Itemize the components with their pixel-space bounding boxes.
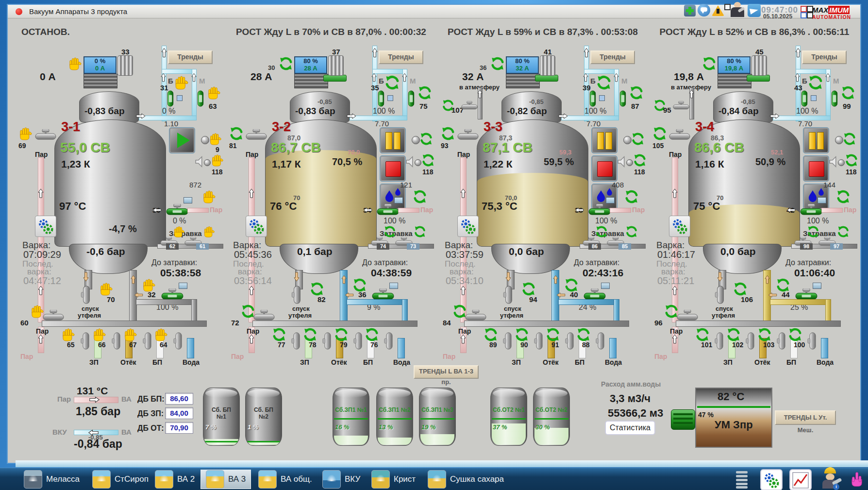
feed-valve[interactable] [795, 288, 818, 300]
settings-gears-button[interactable] [669, 216, 690, 237]
taskbar-item[interactable]: Меласса [24, 470, 80, 489]
settings-gears-button[interactable] [457, 216, 479, 237]
menu-icon[interactable] [736, 471, 750, 488]
steam-auto-icon[interactable] [836, 189, 851, 204]
touch-mode-icon[interactable] [849, 470, 865, 489]
station2-valve[interactable] [112, 332, 122, 350]
chat-icon[interactable] [698, 4, 710, 17]
taskbar-item[interactable]: Сушка сахара [428, 470, 504, 489]
steam-auto-icon[interactable] [624, 189, 639, 204]
m-auto-icon[interactable] [629, 85, 644, 100]
ind2-auto-icon[interactable] [421, 153, 435, 167]
station1-valve[interactable] [81, 332, 91, 350]
station2-auto-icon[interactable] [303, 327, 317, 342]
operator-icon[interactable] [730, 2, 745, 17]
add-icon[interactable] [684, 5, 696, 17]
stop-button[interactable] [803, 155, 829, 182]
station1-hand-icon[interactable] [61, 327, 76, 342]
spusk-valve[interactable] [291, 286, 303, 304]
settings-gears-button[interactable] [35, 216, 56, 237]
station2-valve[interactable] [746, 332, 756, 350]
trends-um-button[interactable]: ТРЕНДЫ L Ут. Меш. [775, 410, 836, 425]
taskbar-worker-icon[interactable]: i [818, 466, 843, 490]
spusk-hand-icon[interactable] [99, 282, 114, 296]
station4-valve[interactable] [596, 332, 606, 350]
db-bp-input[interactable]: 86,60 [165, 393, 193, 405]
steam-auto-icon[interactable] [413, 189, 427, 204]
station4-valve[interactable] [173, 332, 184, 350]
station4-hand-icon[interactable] [154, 327, 168, 342]
station1-auto-icon[interactable] [484, 327, 498, 342]
spusk-auto-icon[interactable] [733, 282, 748, 296]
taskbar-item[interactable]: ВА 3 [200, 470, 251, 489]
station4-auto-icon[interactable] [576, 327, 591, 342]
pause-button[interactable] [803, 127, 829, 153]
feed-valve[interactable] [372, 288, 394, 300]
m-valve[interactable] [829, 90, 840, 107]
ind2-hand-icon[interactable] [211, 153, 224, 167]
trends-lva-button[interactable]: ТРЕНДЫ L ВА 1-3 пр. [414, 365, 479, 379]
m-hand-icon[interactable] [207, 85, 221, 100]
ind1-auto-icon[interactable] [631, 132, 645, 146]
steam-valve[interactable] [377, 204, 399, 215]
taskbar-item[interactable]: ВА общ. [258, 470, 312, 489]
taskbar-trend-icon[interactable] [789, 469, 812, 490]
spusk-valve[interactable] [715, 286, 726, 304]
par-auto-icon[interactable] [652, 126, 667, 141]
b-auto-icon[interactable] [596, 75, 612, 90]
ind1-hand-icon[interactable] [209, 132, 222, 146]
telegram-icon[interactable] [748, 4, 761, 17]
zatravka2-auto-icon[interactable] [837, 225, 850, 238]
taskbar-gears-icon[interactable] [760, 469, 783, 490]
par-auto-icon[interactable] [229, 126, 244, 141]
um-motor-icon[interactable] [671, 409, 695, 430]
spusk-valve[interactable] [81, 286, 92, 304]
feed-valve[interactable] [584, 288, 606, 300]
station3-valve[interactable] [353, 332, 364, 350]
pause-button[interactable] [591, 127, 618, 153]
settings-gears-button[interactable] [246, 216, 267, 237]
steam-valve[interactable] [166, 204, 188, 215]
statistics-button[interactable]: Статистика [605, 421, 655, 435]
taskbar-item[interactable]: ВКУ [322, 470, 360, 489]
station3-auto-icon[interactable] [334, 327, 349, 342]
stop-button[interactable] [380, 155, 406, 182]
b-valve[interactable] [376, 90, 386, 107]
station2-valve[interactable] [534, 332, 545, 350]
zatravka1-auto-icon[interactable] [384, 225, 396, 238]
station3-hand-icon[interactable] [123, 327, 138, 342]
taskbar-item[interactable]: СтСироп [92, 470, 149, 489]
station1-auto-icon[interactable] [695, 327, 710, 342]
station4-auto-icon[interactable] [788, 327, 802, 342]
b-valve[interactable] [587, 90, 598, 107]
station4-valve[interactable] [807, 332, 818, 350]
zatravka1-auto-icon[interactable] [807, 225, 819, 238]
ind2-auto-icon[interactable] [845, 153, 858, 167]
steam-valve[interactable] [800, 204, 822, 215]
zatravka2-hand-icon[interactable] [203, 225, 216, 238]
par2-valve[interactable] [465, 310, 486, 321]
motor-hand-icon[interactable] [68, 56, 83, 71]
par2-valve[interactable] [677, 310, 698, 321]
start-button[interactable] [169, 127, 195, 153]
station3-auto-icon[interactable] [757, 327, 772, 342]
b-valve[interactable] [165, 90, 176, 107]
station4-valve[interactable] [384, 332, 395, 350]
b-valve[interactable] [799, 90, 810, 107]
station3-valve[interactable] [143, 332, 153, 350]
trends-button[interactable]: Тренды [379, 51, 423, 64]
spusk-auto-icon[interactable] [521, 282, 536, 296]
par2-valve[interactable] [253, 310, 275, 321]
feed-valve[interactable] [161, 288, 184, 300]
zatravka1-auto-icon[interactable] [595, 225, 608, 238]
alarm-warning-icon[interactable] [712, 5, 724, 16]
par-auto-icon[interactable] [441, 126, 455, 141]
vent-valve[interactable] [461, 101, 478, 110]
spusk-valve[interactable] [503, 286, 515, 304]
trends-button[interactable]: Тренды [802, 51, 847, 64]
station3-valve[interactable] [777, 332, 787, 350]
motor-auto-icon[interactable] [279, 56, 293, 71]
station1-auto-icon[interactable] [272, 327, 286, 342]
m-auto-icon[interactable] [841, 85, 855, 100]
ind1-auto-icon[interactable] [843, 132, 856, 146]
